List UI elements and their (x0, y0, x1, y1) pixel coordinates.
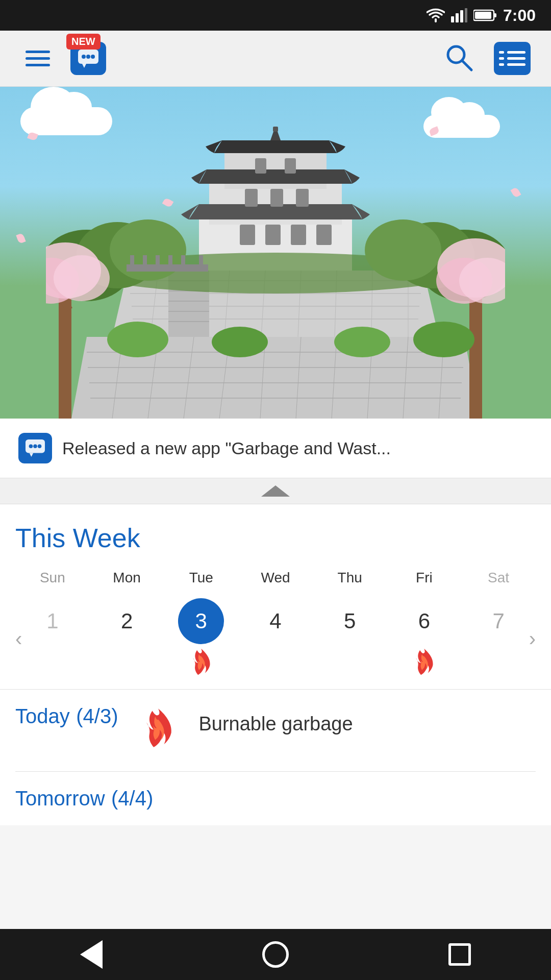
svg-marker-53 (214, 140, 337, 153)
day-name-fri: Fri (387, 566, 462, 590)
status-icons: 7:00 (427, 6, 536, 25)
svg-point-8 (82, 55, 86, 59)
today-date: (4/3) (76, 705, 118, 727)
svg-rect-57 (265, 225, 281, 245)
calendar-day-3[interactable]: 3 (164, 598, 238, 679)
home-button[interactable] (242, 936, 309, 973)
svg-point-84 (413, 322, 474, 357)
today-schedule-row: Today (4/3) Burnable garbage (15, 690, 536, 772)
search-icon (445, 43, 473, 72)
svg-rect-59 (316, 225, 332, 245)
today-icon-col (130, 705, 186, 756)
svg-point-94 (33, 444, 37, 448)
news-banner[interactable]: Released a new app "Garbage and Wast... (0, 419, 551, 478)
collapse-handle[interactable] (0, 478, 551, 504)
hamburger-line (26, 57, 50, 60)
svg-point-93 (29, 444, 33, 448)
chevron-up-icon (261, 485, 290, 497)
nav-right (440, 38, 531, 79)
calendar-nav-wrapper: ‹ 1 2 3 (15, 598, 536, 679)
calendar-next-button[interactable]: › (524, 622, 541, 655)
recents-icon (448, 943, 471, 966)
calendar-day-2[interactable]: 2 (90, 598, 164, 679)
date-5: 5 (327, 598, 373, 644)
svg-marker-96 (30, 453, 34, 457)
chat-bubble-icon (77, 48, 99, 69)
day-name-tue: Tue (164, 566, 238, 590)
svg-marker-52 (199, 169, 352, 184)
svg-rect-62 (296, 189, 309, 207)
day-name-mon: Mon (90, 566, 164, 590)
svg-point-95 (38, 444, 42, 448)
svg-marker-11 (82, 64, 86, 68)
today-fire-icon (135, 705, 181, 756)
svg-rect-1 (456, 13, 459, 22)
svg-rect-61 (270, 189, 283, 207)
news-text: Released a new app "Garbage and Wast... (62, 438, 391, 458)
svg-rect-0 (451, 16, 454, 22)
svg-rect-90 (181, 255, 185, 266)
svg-point-71 (365, 219, 441, 281)
hamburger-line (26, 64, 50, 66)
bottom-spacer (0, 825, 551, 887)
svg-rect-3 (465, 8, 467, 22)
calendar-dates: 1 2 3 4 (15, 598, 536, 679)
svg-rect-55 (273, 127, 278, 132)
date-6: 6 (401, 598, 447, 644)
date-1: 1 (30, 598, 76, 644)
date-2: 2 (104, 598, 150, 644)
castle-svg (46, 122, 505, 419)
date-6-fire-icon (409, 648, 439, 679)
tomorrow-label-col: Tomorrow (4/4) (15, 787, 153, 810)
new-badge: NEW (66, 34, 101, 50)
today-label-col: Today (4/3) (15, 705, 118, 728)
calendar-prev-button[interactable]: ‹ (10, 622, 27, 655)
hamburger-button[interactable] (20, 45, 55, 71)
svg-point-82 (212, 327, 268, 357)
this-week-title: This Week (15, 523, 536, 553)
hamburger-line (26, 51, 50, 53)
svg-point-81 (107, 322, 168, 357)
svg-point-10 (91, 55, 95, 59)
signal-icon (451, 8, 467, 22)
news-bubble-icon (24, 438, 46, 458)
date-3-fire-icon (186, 648, 216, 679)
svg-point-9 (86, 55, 90, 59)
chat-button[interactable]: NEW (70, 42, 106, 75)
calendar-day-5[interactable]: 5 (313, 598, 387, 679)
hero-image (0, 87, 551, 419)
nav-left: NEW (20, 42, 106, 75)
svg-point-76 (54, 255, 110, 301)
search-button[interactable] (440, 38, 479, 79)
list-icon (499, 51, 525, 66)
day-name-sat: Sat (461, 566, 536, 590)
bottom-nav (0, 929, 551, 980)
tomorrow-date: (4/4) (111, 787, 153, 810)
svg-rect-6 (475, 12, 491, 19)
svg-line-13 (462, 61, 471, 70)
svg-point-83 (334, 327, 390, 357)
schedule-section: Today (4/3) Burnable garbage Tomorrow (4… (0, 689, 551, 825)
tomorrow-schedule-row: Tomorrow (4/4) (15, 772, 536, 825)
list-button[interactable] (494, 42, 531, 75)
svg-rect-56 (240, 225, 255, 245)
wifi-icon (427, 8, 445, 22)
svg-rect-64 (285, 158, 296, 174)
date-7: 7 (475, 598, 521, 644)
home-icon (262, 941, 289, 968)
recents-button[interactable] (428, 938, 491, 971)
today-item-text: Burnable garbage (198, 713, 536, 735)
svg-rect-85 (127, 264, 208, 272)
battery-icon (473, 9, 497, 22)
back-button[interactable] (60, 935, 123, 974)
back-icon (80, 940, 103, 969)
calendar-day-4[interactable]: 4 (238, 598, 313, 679)
petal (16, 233, 26, 244)
petal (510, 187, 521, 199)
top-nav: NEW (0, 31, 551, 87)
svg-rect-60 (245, 189, 258, 207)
svg-rect-86 (130, 255, 134, 266)
date-4: 4 (253, 598, 298, 644)
calendar-day-6[interactable]: 6 (387, 598, 462, 679)
svg-rect-2 (460, 10, 463, 22)
